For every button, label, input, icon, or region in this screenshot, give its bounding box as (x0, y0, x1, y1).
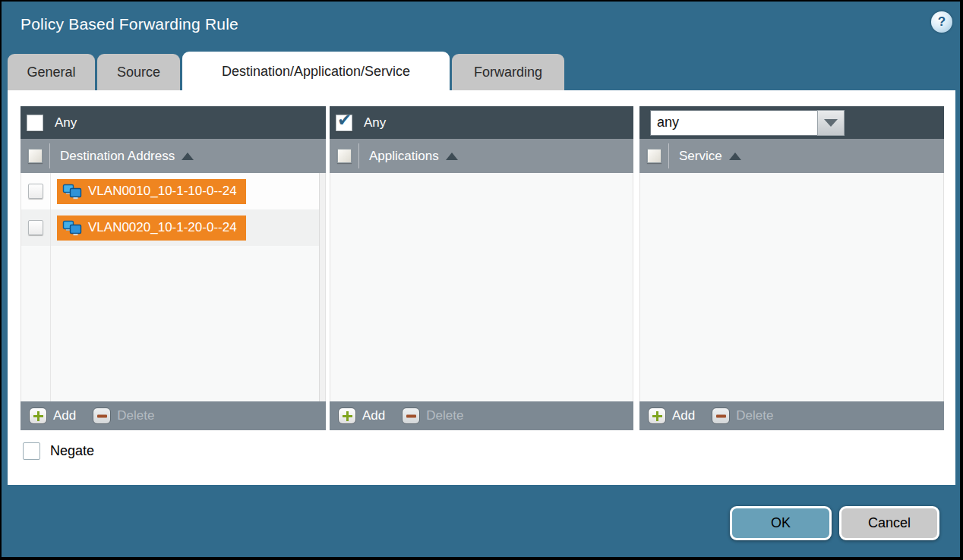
sort-ascending-icon (446, 153, 458, 160)
delete-icon[interactable] (402, 407, 420, 424)
dropdown-button[interactable] (817, 110, 845, 136)
network-computers-icon (62, 220, 83, 236)
sort-ascending-icon (729, 153, 741, 160)
add-icon[interactable] (648, 407, 666, 424)
applications-column-header[interactable]: Applications (330, 139, 633, 173)
list-item[interactable]: VLAN0010_10-1-10-0--24 (21, 173, 325, 209)
destination-address-panel: Any Destination Address (21, 106, 326, 430)
destination-column-header[interactable]: Destination Address (21, 139, 326, 173)
scrollbar-gutter[interactable] (319, 173, 325, 401)
chevron-down-icon (824, 119, 838, 127)
service-dropdown-input[interactable] (650, 110, 817, 136)
add-button[interactable]: Add (362, 408, 385, 423)
service-list (639, 173, 944, 401)
destination-footer: Add Delete (21, 401, 326, 430)
destination-any-label: Any (55, 115, 77, 131)
delete-button[interactable]: Delete (117, 408, 154, 423)
applications-column-label: Applications (369, 149, 439, 164)
applications-panel: Any Applications Add Delete (330, 106, 633, 430)
sort-ascending-icon (182, 153, 194, 160)
service-column-header[interactable]: Service (639, 139, 944, 173)
service-panel: Service Add Delete (639, 106, 944, 430)
applications-footer: Add Delete (330, 401, 633, 430)
delete-button[interactable]: Delete (736, 408, 773, 423)
service-select-all-checkbox[interactable] (647, 149, 661, 163)
negate-option: Negate (23, 442, 94, 460)
applications-any-bar: Any (330, 106, 633, 139)
destination-list: VLAN0010_10-1-10-0--24 VLAN0020_10-1-20-… (21, 173, 326, 401)
network-computers-icon (62, 184, 83, 200)
policy-forwarding-dialog: Policy Based Forwarding Rule ? General S… (2, 2, 960, 557)
header-divider (49, 143, 50, 168)
delete-button[interactable]: Delete (426, 408, 463, 423)
row-checkbox[interactable] (28, 184, 43, 199)
applications-any-label: Any (364, 115, 386, 131)
service-column-label: Service (679, 149, 722, 164)
cancel-button[interactable]: Cancel (839, 506, 939, 540)
list-column-divider (50, 173, 51, 401)
add-button[interactable]: Add (53, 408, 76, 423)
destination-any-checkbox[interactable] (27, 115, 43, 131)
help-icon[interactable]: ? (931, 11, 952, 33)
tab-forwarding[interactable]: Forwarding (452, 54, 564, 91)
tab-general[interactable]: General (8, 54, 95, 91)
add-button[interactable]: Add (672, 408, 695, 423)
address-object-label: VLAN0020_10-1-20-0--24 (88, 220, 237, 235)
tab-source[interactable]: Source (97, 54, 180, 91)
header-divider (668, 143, 669, 168)
row-checkbox[interactable] (28, 220, 43, 235)
header-divider (358, 143, 359, 168)
applications-select-all-checkbox[interactable] (337, 149, 352, 163)
delete-icon[interactable] (93, 407, 111, 424)
tab-content-area: Any Destination Address (8, 90, 955, 485)
service-dropdown-bar (639, 106, 944, 139)
negate-checkbox[interactable] (23, 442, 40, 460)
destination-column-label: Destination Address (60, 149, 175, 164)
service-footer: Add Delete (639, 401, 944, 430)
tab-bar: General Source Destination/Application/S… (8, 52, 564, 91)
delete-icon[interactable] (712, 407, 730, 424)
address-object-chip[interactable]: VLAN0010_10-1-10-0--24 (57, 179, 246, 204)
ok-button[interactable]: OK (730, 506, 832, 540)
applications-list (330, 173, 633, 401)
service-combo (650, 110, 845, 136)
add-icon[interactable] (29, 407, 47, 424)
add-icon[interactable] (338, 407, 356, 424)
list-item[interactable]: VLAN0020_10-1-20-0--24 (21, 209, 325, 246)
tab-destination-application-service[interactable]: Destination/Application/Service (182, 52, 450, 91)
destination-select-all-checkbox[interactable] (28, 149, 43, 163)
address-object-chip[interactable]: VLAN0020_10-1-20-0--24 (57, 216, 246, 241)
negate-label: Negate (50, 443, 94, 459)
address-object-label: VLAN0010_10-1-10-0--24 (88, 184, 237, 199)
applications-any-checkbox[interactable] (336, 115, 352, 131)
dialog-title: Policy Based Forwarding Rule (21, 15, 238, 33)
destination-any-bar: Any (21, 106, 326, 139)
